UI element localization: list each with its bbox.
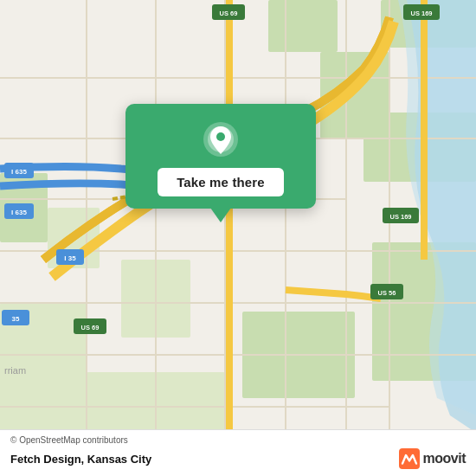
popup-card: Take me there — [125, 104, 316, 209]
map-container: Turke... I 635 I 635 I 35 35 US 69 US 69… — [0, 0, 476, 476]
location-name: Fetch Design, Kansas City — [10, 453, 151, 466]
moovit-icon — [399, 448, 420, 469]
bottom-bar: © OpenStreetMap contributors Fetch Desig… — [0, 429, 476, 476]
svg-text:US 169: US 169 — [410, 10, 432, 17]
location-pin-icon — [201, 119, 241, 159]
svg-text:35: 35 — [12, 315, 20, 323]
svg-text:I 35: I 35 — [64, 254, 76, 262]
svg-text:I 635: I 635 — [11, 168, 27, 176]
svg-text:US 69: US 69 — [81, 324, 100, 331]
svg-rect-52 — [399, 448, 420, 469]
attribution-text: © OpenStreetMap contributors — [10, 435, 466, 445]
moovit-logo: moovit — [399, 448, 466, 469]
svg-text:I 635: I 635 — [11, 209, 27, 216]
svg-text:US 69: US 69 — [220, 10, 238, 17]
svg-point-51 — [216, 132, 225, 141]
svg-text:US 56: US 56 — [378, 289, 396, 297]
svg-rect-1 — [268, 0, 338, 52]
moovit-brand-text: moovit — [423, 451, 466, 466]
take-me-there-button[interactable]: Take me there — [158, 168, 284, 196]
svg-text:US 169: US 169 — [389, 213, 411, 221]
svg-text:rriam: rriam — [4, 365, 26, 376]
bottom-info-row: Fetch Design, Kansas City moovit — [10, 448, 466, 469]
map-svg: Turke... I 635 I 635 I 35 35 US 69 US 69… — [0, 0, 476, 476]
